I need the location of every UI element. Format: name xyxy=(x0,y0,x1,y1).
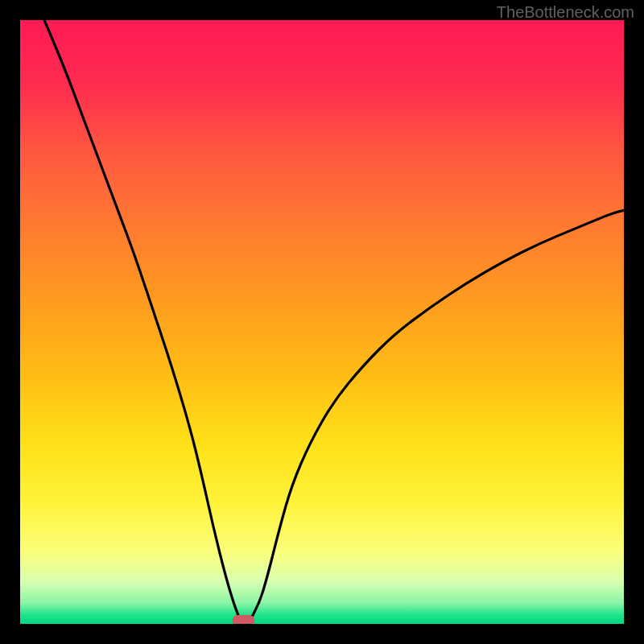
chart-container: TheBottleneck.com xyxy=(0,0,644,644)
bottleneck-chart xyxy=(0,0,644,644)
watermark-text: TheBottleneck.com xyxy=(497,3,634,22)
plot-background xyxy=(20,20,624,624)
